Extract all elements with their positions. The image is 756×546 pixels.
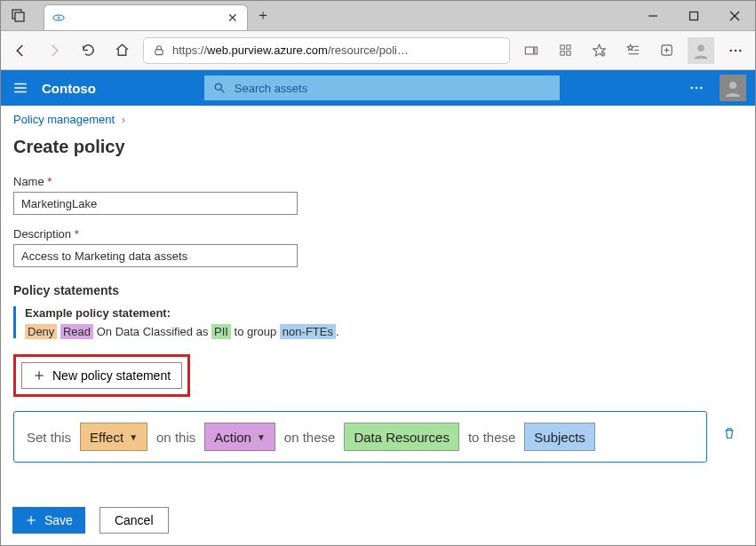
lock-icon xyxy=(153,44,165,57)
maximize-button[interactable] xyxy=(673,1,714,30)
save-label: Save xyxy=(44,513,73,527)
svg-rect-8 xyxy=(155,49,163,54)
window-controls xyxy=(633,1,755,30)
svg-point-26 xyxy=(735,49,737,51)
svg-point-34 xyxy=(696,87,698,90)
builder-text-on-these: on these xyxy=(284,430,336,445)
subjects-chip[interactable]: Subjects xyxy=(524,423,595,451)
highlight-box: New policy statement xyxy=(13,354,190,397)
org-name[interactable]: Contoso xyxy=(42,81,96,96)
tag-deny: Deny xyxy=(25,324,57,339)
example-policy-block: Example policy statement: Deny Read On D… xyxy=(13,306,743,338)
builder-text-to-these: to these xyxy=(468,430,515,445)
new-policy-statement-button[interactable]: New policy statement xyxy=(21,362,182,389)
svg-point-25 xyxy=(729,49,732,51)
name-input[interactable] xyxy=(13,192,298,215)
svg-point-35 xyxy=(700,87,703,90)
policy-statement-builder: Set this Effect▼ on this Action▼ on thes… xyxy=(13,411,707,463)
profile-button[interactable] xyxy=(688,37,714,64)
svg-rect-1 xyxy=(15,12,24,21)
svg-point-33 xyxy=(690,87,693,90)
svg-rect-12 xyxy=(566,45,569,49)
header-more-button[interactable] xyxy=(684,75,709,100)
tag-read: Read xyxy=(60,324,93,339)
breadcrumb: Policy management › xyxy=(1,106,755,133)
page-content: Create policy Name * Description * Polic… xyxy=(1,137,755,463)
svg-rect-10 xyxy=(535,47,537,54)
data-resources-chip[interactable]: Data Resources xyxy=(344,423,459,451)
svg-point-31 xyxy=(215,83,221,90)
save-button[interactable]: Save xyxy=(12,507,85,534)
collections-button[interactable] xyxy=(654,38,679,63)
tag-nonfte: non-FTEs xyxy=(280,324,336,339)
svg-rect-5 xyxy=(690,12,698,20)
footer-actions: Save Cancel xyxy=(12,507,169,534)
close-window-button[interactable] xyxy=(714,1,755,30)
svg-rect-14 xyxy=(566,51,569,55)
close-tab-icon[interactable]: ✕ xyxy=(226,11,240,25)
more-menu-button[interactable] xyxy=(723,38,748,63)
url-text: https://web.purview.azure.com/resource/p… xyxy=(172,44,409,57)
window-titlebar: ✕ ＋ xyxy=(1,1,755,31)
description-input[interactable] xyxy=(13,244,298,267)
favorites-list-button[interactable] xyxy=(620,38,645,63)
browser-toolbar: https://web.purview.azure.com/resource/p… xyxy=(1,31,755,70)
extensions-button[interactable] xyxy=(553,38,577,63)
description-label: Description * xyxy=(13,227,743,241)
policy-statements-heading: Policy statements xyxy=(13,283,743,297)
purview-favicon xyxy=(52,11,66,25)
home-button[interactable] xyxy=(109,38,134,63)
search-input[interactable] xyxy=(233,81,551,96)
address-bar[interactable]: https://web.purview.azure.com/resource/p… xyxy=(143,37,510,64)
chevron-down-icon: ▼ xyxy=(257,432,266,442)
menu-button[interactable] xyxy=(10,77,31,99)
search-box[interactable] xyxy=(204,75,560,100)
search-icon xyxy=(213,82,226,94)
cancel-label: Cancel xyxy=(115,513,154,527)
add-button-label: New policy statement xyxy=(52,368,171,383)
svg-rect-9 xyxy=(525,47,533,54)
example-intro: Example policy statement: xyxy=(25,306,743,320)
user-avatar[interactable] xyxy=(720,75,746,101)
svg-rect-13 xyxy=(560,51,563,55)
page-title: Create policy xyxy=(13,137,743,157)
builder-text-on-this: on this xyxy=(156,430,195,445)
action-chip[interactable]: Action▼ xyxy=(204,423,275,451)
plus-icon xyxy=(25,514,37,526)
cancel-button[interactable]: Cancel xyxy=(99,507,169,534)
builder-text-set-this: Set this xyxy=(27,430,71,445)
svg-point-27 xyxy=(739,49,742,51)
effect-chip[interactable]: Effect▼ xyxy=(80,423,147,451)
chevron-right-icon: › xyxy=(122,113,125,126)
name-label: Name * xyxy=(13,175,743,188)
plus-icon xyxy=(33,369,45,382)
tabs-menu-button[interactable] xyxy=(1,1,36,30)
svg-point-3 xyxy=(58,17,60,20)
minimize-button[interactable] xyxy=(633,1,673,30)
svg-rect-11 xyxy=(560,45,563,49)
tag-pii: PII xyxy=(211,324,231,339)
back-button[interactable] xyxy=(8,38,33,63)
svg-line-32 xyxy=(221,90,225,93)
browser-tab[interactable]: ✕ xyxy=(44,4,248,30)
refresh-button[interactable] xyxy=(76,38,100,63)
reader-button[interactable] xyxy=(519,38,544,63)
breadcrumb-link[interactable]: Policy management xyxy=(13,113,115,126)
new-tab-button[interactable]: ＋ xyxy=(248,1,278,30)
svg-point-24 xyxy=(697,44,704,51)
favorite-button[interactable] xyxy=(586,38,611,63)
example-text: Deny Read On Data Classified as PII to g… xyxy=(25,325,743,338)
chevron-down-icon: ▼ xyxy=(129,432,138,442)
delete-statement-button[interactable] xyxy=(722,426,736,440)
svg-point-36 xyxy=(729,82,736,89)
forward-button[interactable] xyxy=(42,38,67,63)
app-header: Contoso xyxy=(1,70,755,106)
